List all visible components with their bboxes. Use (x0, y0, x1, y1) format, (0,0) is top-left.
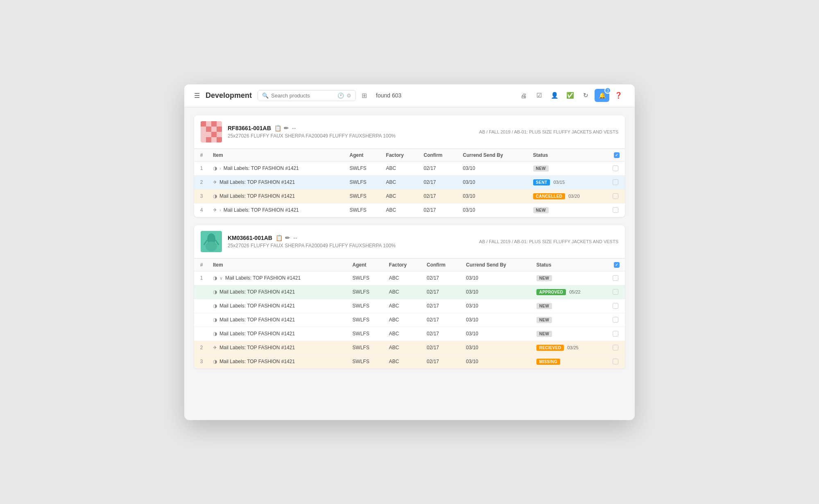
print-button[interactable]: 🖨 (517, 89, 530, 102)
svg-rect-4 (217, 127, 222, 132)
table-row: 1◑∨Mail Labels: TOP FASHION #1421SWLFSAB… (194, 271, 625, 285)
task-button[interactable]: ✅ (563, 89, 577, 102)
select-all-checkbox[interactable]: ✓ (614, 262, 620, 268)
extra-date: 05/22 (569, 289, 581, 294)
row-status: NEW (532, 299, 609, 313)
status-badge: NEW (536, 303, 552, 309)
status-badge: RECIEVED (536, 345, 564, 351)
product-code-actions-1[interactable]: 📋✏↔ (274, 125, 297, 131)
row-num: 3 (194, 189, 209, 203)
row-agent: SWLFS (348, 271, 385, 285)
user-button[interactable]: 👤 (548, 89, 561, 102)
row-status: CANCELLED03/20 (529, 189, 609, 203)
row-checkbox-cell (609, 175, 625, 189)
share-icon[interactable]: ↔ (291, 125, 297, 131)
share-icon[interactable]: ↔ (292, 235, 298, 241)
row-checkbox[interactable] (613, 165, 618, 171)
item-label-text: Mail Labels: TOP FASHION #1421 (219, 303, 295, 309)
header: ☰ Development 🔍 🕐 ⚙ ⊞ found 603 🖨 ☑ 👤 ✅ … (184, 84, 635, 107)
row-checkbox-cell (609, 355, 625, 368)
row-type-icon: ◑ (213, 193, 217, 199)
row-agent: SWLFS (348, 355, 385, 368)
row-checkbox[interactable] (613, 331, 618, 337)
row-checkbox[interactable] (613, 193, 618, 199)
row-item: ✈Mail Labels: TOP FASHION #1421 (209, 175, 346, 189)
col-header-2: Agent (348, 258, 385, 271)
menu-icon[interactable]: ☰ (194, 92, 200, 99)
status-badge: NEW (536, 275, 552, 281)
copy-icon[interactable]: 📋 (274, 125, 281, 131)
search-input[interactable] (271, 93, 335, 99)
expand-icon[interactable]: › (219, 208, 221, 212)
item-label-text: Mail Labels: TOP FASHION #1421 (219, 193, 295, 199)
copy-icon[interactable]: 📋 (276, 235, 283, 241)
status-badge: MISSING (536, 359, 560, 365)
row-status: RECIEVED03/25 (532, 341, 609, 355)
header-actions: 🖨 ☑ 👤 ✅ ↻ 🔔 3 ❓ (517, 89, 625, 102)
row-checkbox[interactable] (613, 207, 618, 213)
row-factory: ABC (385, 285, 423, 299)
row-checkbox[interactable] (613, 317, 618, 323)
extra-date: 03/20 (568, 194, 580, 199)
row-send-by: 03/10 (462, 285, 532, 299)
row-agent: SWLFS (348, 285, 385, 299)
product-table-2: #ItemAgentFactoryConfirmCurrend Send ByS… (194, 258, 625, 368)
expand-icon[interactable]: › (219, 166, 221, 171)
product-desc-1: 25x27026 FLUFFY FAUX SHERPA FA200049 FLU… (228, 133, 473, 139)
product-block-1: RF83661-001AB📋✏↔25x27026 FLUFFY FAUX SHE… (194, 115, 625, 217)
row-checkbox[interactable] (613, 179, 618, 185)
product-info-1: RF83661-001AB📋✏↔25x27026 FLUFFY FAUX SHE… (228, 125, 473, 139)
col-header-6: Status (529, 149, 609, 161)
item-label-text: Mail Labels: TOP FASHION #1421 (219, 289, 295, 295)
item-label-text: Mail Labels: TOP FASHION #1421 (224, 207, 299, 213)
row-item: ◑Mail Labels: TOP FASHION #1421 (209, 355, 348, 368)
refresh-button[interactable]: ↻ (579, 89, 592, 102)
grid-icon[interactable]: ⊞ (362, 92, 367, 99)
row-checkbox-cell (609, 271, 625, 285)
row-checkbox-cell (609, 285, 625, 299)
checklist-button[interactable]: ☑ (532, 89, 545, 102)
row-item: ✈›Mail Labels: TOP FASHION #1421 (209, 203, 346, 217)
row-type-icon: ◑ (213, 275, 217, 281)
row-confirm: 02/17 (420, 175, 459, 189)
row-agent: SWLFS (348, 313, 385, 327)
row-agent: SWLFS (348, 341, 385, 355)
row-send-by: 03/10 (459, 189, 529, 203)
edit-icon[interactable]: ✏ (285, 235, 290, 241)
item-label-text: Mail Labels: TOP FASHION #1421 (225, 275, 301, 281)
product-header-1: RF83661-001AB📋✏↔25x27026 FLUFFY FAUX SHE… (194, 115, 625, 149)
row-status: MISSING (532, 355, 609, 368)
row-checkbox[interactable] (613, 359, 618, 364)
row-type-icon: ◑ (213, 303, 217, 309)
row-checkbox[interactable] (613, 275, 618, 281)
status-badge: CANCELLED (533, 193, 565, 199)
clock-icon[interactable]: 🕐 (337, 93, 344, 99)
filter-icon[interactable]: ⚙ (346, 93, 351, 99)
row-num (194, 313, 209, 327)
item-label-text: Mail Labels: TOP FASHION #1421 (219, 331, 295, 337)
svg-rect-1 (201, 121, 206, 127)
notification-button[interactable]: 🔔 3 (595, 89, 609, 102)
edit-icon[interactable]: ✏ (284, 125, 289, 131)
product-table-1: #ItemAgentFactoryConfirmCurrend Send ByS… (194, 149, 625, 217)
row-type-icon: ✈ (213, 207, 217, 213)
expand-icon[interactable]: ∨ (219, 276, 223, 281)
help-button[interactable]: ❓ (612, 89, 625, 102)
row-checkbox[interactable] (613, 289, 618, 295)
row-factory: ABC (385, 327, 423, 341)
select-all-checkbox[interactable]: ✓ (614, 152, 620, 158)
col-header-5: Currend Send By (462, 258, 532, 271)
col-header-3: Factory (382, 149, 420, 161)
row-status: NEW (532, 327, 609, 341)
row-type-icon: ◑ (213, 165, 217, 171)
table-row: 2✈Mail Labels: TOP FASHION #1421SWLFSABC… (194, 175, 625, 189)
row-checkbox[interactable] (613, 303, 618, 309)
search-bar[interactable]: 🔍 🕐 ⚙ (258, 90, 356, 101)
row-send-by: 03/10 (459, 203, 529, 217)
svg-rect-5 (211, 132, 217, 137)
table-row: ◑Mail Labels: TOP FASHION #1421SWLFSABC0… (194, 299, 625, 313)
product-code-2: KM03661-001AB (228, 235, 272, 241)
product-code-actions-2[interactable]: 📋✏↔ (276, 235, 298, 241)
row-checkbox[interactable] (613, 345, 618, 350)
row-agent: SWLFS (346, 189, 382, 203)
